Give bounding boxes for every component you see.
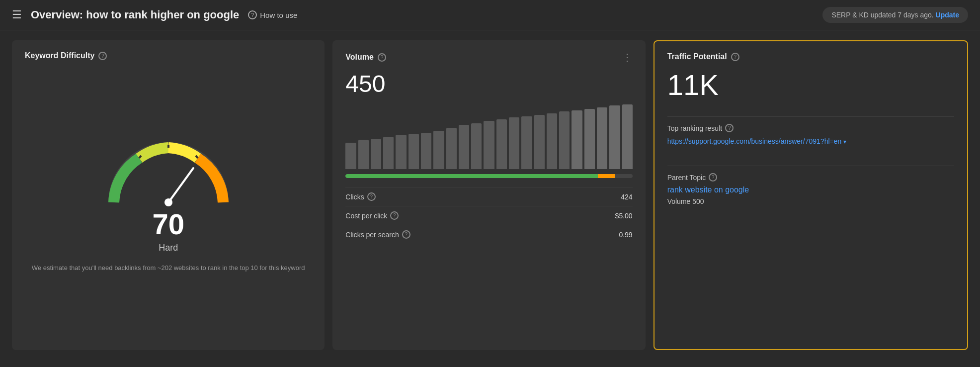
progress-orange bbox=[598, 174, 615, 178]
traffic-value: 11K bbox=[667, 68, 954, 101]
main-content: Keyword Difficulty ? bbox=[0, 30, 980, 360]
gauge-svg bbox=[104, 133, 233, 212]
top-ranking-help-icon[interactable]: ? bbox=[725, 124, 734, 132]
volume-bar bbox=[371, 139, 381, 169]
volume-card: Volume ? ⋮ 450 Clicks ? 424 Cost per cli… bbox=[332, 40, 645, 350]
volume-bar bbox=[534, 115, 545, 169]
page-title: Overview: how to rank higher on google bbox=[31, 8, 239, 21]
clicks-row: Clicks ? 424 bbox=[345, 187, 632, 206]
parent-volume: Volume 500 bbox=[667, 197, 954, 205]
volume-title: Volume bbox=[345, 53, 374, 62]
kd-title: Keyword Difficulty bbox=[25, 51, 94, 60]
kd-description: We estimate that you'll need backlinks f… bbox=[32, 263, 305, 274]
traffic-title: Traffic Potential bbox=[667, 52, 727, 61]
parent-topic-link[interactable]: rank website on google bbox=[667, 185, 954, 194]
volume-bar bbox=[572, 110, 582, 169]
top-ranking-label: Top ranking result ? bbox=[667, 124, 954, 132]
volume-bar bbox=[345, 143, 356, 169]
clicks-help-icon[interactable]: ? bbox=[367, 192, 376, 201]
volume-bar bbox=[484, 121, 494, 169]
volume-bar bbox=[509, 117, 519, 169]
how-to-use-button[interactable]: ? How to use bbox=[248, 10, 297, 19]
kd-help-icon[interactable]: ? bbox=[98, 52, 107, 60]
volume-bar bbox=[433, 131, 444, 169]
gauge-container: 70 Hard We estimate that you'll need bac… bbox=[25, 67, 312, 339]
volume-value: 450 bbox=[345, 70, 632, 97]
cps-help-icon[interactable]: ? bbox=[402, 230, 410, 239]
serp-text: SERP & KD updated 7 days ago. bbox=[831, 11, 933, 19]
volume-bar bbox=[459, 125, 469, 169]
clicks-label: Clicks ? bbox=[345, 192, 375, 201]
volume-bar bbox=[358, 140, 369, 169]
kd-difficulty-label: Hard bbox=[159, 243, 178, 253]
menu-icon[interactable]: ☰ bbox=[12, 8, 22, 21]
parent-topic-label: Parent Topic ? bbox=[667, 173, 954, 182]
question-icon: ? bbox=[248, 10, 257, 19]
volume-bar bbox=[609, 105, 620, 169]
volume-bar bbox=[408, 134, 419, 169]
header: ☰ Overview: how to rank higher on google… bbox=[0, 0, 980, 30]
volume-card-header: Volume ? ⋮ bbox=[345, 51, 632, 63]
progress-green bbox=[345, 174, 598, 178]
traffic-help-icon[interactable]: ? bbox=[731, 53, 739, 61]
cps-value: 0.99 bbox=[619, 231, 632, 239]
parent-topic-help-icon[interactable]: ? bbox=[709, 173, 717, 182]
separator-1 bbox=[667, 116, 954, 117]
cpc-row: Cost per click ? $5.00 bbox=[345, 206, 632, 225]
volume-bar bbox=[383, 137, 394, 169]
cps-row: Clicks per search ? 0.99 bbox=[345, 225, 632, 244]
cpc-help-icon[interactable]: ? bbox=[390, 211, 399, 220]
clicks-value: 424 bbox=[621, 193, 632, 201]
cpc-label: Cost per click ? bbox=[345, 211, 399, 220]
volume-bar bbox=[597, 107, 607, 169]
how-to-use-label: How to use bbox=[260, 11, 297, 19]
volume-bar bbox=[421, 133, 431, 169]
volume-bar bbox=[446, 128, 457, 169]
traffic-card-header: Traffic Potential ? bbox=[667, 52, 954, 61]
cps-label: Clicks per search ? bbox=[345, 230, 410, 239]
volume-bar-chart bbox=[345, 104, 632, 169]
top-ranking-url[interactable]: https://support.google.com/business/answ… bbox=[667, 136, 954, 147]
volume-bar bbox=[547, 113, 557, 169]
serp-badge: SERP & KD updated 7 days ago. Update bbox=[822, 7, 968, 23]
volume-bar bbox=[496, 119, 507, 169]
volume-bar bbox=[622, 104, 633, 169]
kd-score: 70 bbox=[152, 207, 184, 241]
volume-bar bbox=[471, 123, 482, 169]
volume-progress-bar bbox=[345, 174, 632, 178]
volume-bar bbox=[559, 111, 570, 169]
volume-help-icon[interactable]: ? bbox=[378, 53, 386, 62]
traffic-potential-card: Traffic Potential ? 11K Top ranking resu… bbox=[653, 40, 968, 350]
update-link[interactable]: Update bbox=[936, 11, 959, 19]
volume-bar bbox=[584, 109, 595, 169]
chevron-down-icon: ▾ bbox=[843, 137, 846, 146]
keyword-difficulty-card: Keyword Difficulty ? bbox=[12, 40, 325, 350]
kd-card-header: Keyword Difficulty ? bbox=[25, 51, 312, 60]
volume-dots-menu[interactable]: ⋮ bbox=[622, 51, 633, 63]
volume-bar bbox=[396, 135, 406, 169]
svg-line-3 bbox=[168, 168, 193, 202]
svg-point-4 bbox=[164, 198, 172, 206]
volume-bar bbox=[521, 116, 532, 169]
cpc-value: $5.00 bbox=[615, 212, 633, 220]
separator-2 bbox=[667, 166, 954, 166]
